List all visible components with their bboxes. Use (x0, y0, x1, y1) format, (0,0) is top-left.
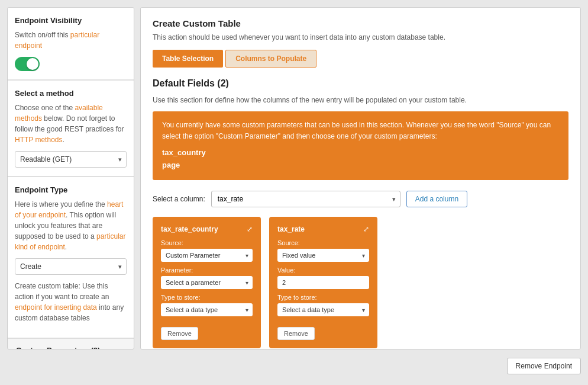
add-column-button[interactable]: Add a column (406, 191, 467, 207)
card-tax-rate-country: tax_rate_country ⤢ Source: Custom Parame… (153, 217, 261, 348)
card-type-select-wrap-1: Select a data type String Integer Float (161, 303, 253, 316)
card-parameter-select-1[interactable]: Select a parameter tax_country page (161, 276, 253, 289)
section-description: Use this section for define how the colu… (153, 95, 568, 105)
card-parameter-select-wrap-1: Select a parameter tax_country page (161, 276, 253, 289)
column-select-label: Select a column: (153, 195, 205, 203)
card-type-field-2: Type to store: Select a data type String… (277, 294, 369, 316)
tab-columns-to-populate[interactable]: Columns to Populate (225, 50, 316, 68)
content-area: Endpoint Visibility Switch on/off this p… (7, 7, 581, 349)
sidebar-method-section: Select a method Choose one of the availa… (8, 81, 134, 177)
card-tax-rate: tax_rate ⤢ Source: Custom Parameter Fixe… (269, 217, 377, 348)
card-source-label-1: Source: (161, 239, 253, 246)
card-type-label-1: Type to store: (161, 294, 253, 301)
card-value-input-2[interactable] (277, 276, 369, 289)
endpoint-type-description: Here is where you define the heart of yo… (15, 199, 127, 252)
column-select-wrap: tax_rate tax_rate_country tax_country (211, 191, 400, 207)
info-box: You currently have some custom parameter… (153, 111, 568, 180)
sidebar-visibility-section: Endpoint Visibility Switch on/off this p… (8, 8, 134, 80)
card-type-select-wrap-2: Select a data type String Integer Float (277, 303, 369, 316)
custom-params-title: Custom Parameters (2) (16, 346, 100, 349)
bottom-bar: Remove Endpoint (7, 354, 581, 378)
sidebar-custom-params[interactable]: Custom Parameters (2) ▸ (8, 339, 134, 349)
card-source-select-1[interactable]: Custom Parameter Fixed value Dynamic val… (161, 249, 253, 262)
method-title: Select a method (15, 89, 127, 98)
method-select-wrap: Readable (GET) Writable (POST) Deletable… (15, 151, 127, 168)
remove-button-1[interactable]: Remove (161, 327, 198, 340)
expand-icon-1[interactable]: ⤢ (247, 225, 253, 233)
visibility-description: Switch on/off this particular endpoint (15, 30, 127, 51)
card-source-field-1: Source: Custom Parameter Fixed value Dyn… (161, 239, 253, 262)
card-source-label-2: Source: (277, 239, 369, 246)
endpoint-type-select[interactable]: Create Read Update Delete (15, 258, 127, 275)
app-wrapper: Endpoint Visibility Switch on/off this p… (0, 0, 588, 385)
cards-row: tax_rate_country ⤢ Source: Custom Parame… (153, 217, 568, 348)
method-description: Choose one of the available methods belo… (15, 102, 127, 145)
card-source-select-2[interactable]: Custom Parameter Fixed value Dynamic val… (277, 249, 369, 262)
toggle-wrap (15, 57, 127, 71)
remove-button-2[interactable]: Remove (277, 327, 315, 340)
card-type-label-2: Type to store: (277, 294, 369, 301)
card-source-field-2: Source: Custom Parameter Fixed value Dyn… (277, 239, 369, 262)
page-description: This action should be used whenever you … (153, 33, 568, 41)
remove-endpoint-button[interactable]: Remove Endpoint (507, 358, 581, 374)
card-source-select-wrap-2: Custom Parameter Fixed value Dynamic val… (277, 249, 369, 262)
method-select[interactable]: Readable (GET) Writable (POST) Deletable… (15, 151, 127, 168)
column-select-row: Select a column: tax_rate tax_rate_count… (153, 191, 568, 207)
card-source-select-wrap-1: Custom Parameter Fixed value Dynamic val… (161, 249, 253, 262)
card-type-field-1: Type to store: Select a data type String… (161, 294, 253, 316)
card-type-select-2[interactable]: Select a data type String Integer Float (277, 303, 369, 316)
info-box-text: You currently have some custom parameter… (162, 120, 559, 142)
sidebar-endpoint-type-section: Endpoint Type Here is where you define t… (8, 177, 134, 338)
card-parameter-field-1: Parameter: Select a parameter tax_countr… (161, 267, 253, 289)
card-title-2: tax_rate (277, 225, 305, 233)
card-value-label-2: Value: (277, 267, 369, 274)
card-type-select-1[interactable]: Select a data type String Integer Float (161, 303, 253, 316)
card-header-2: tax_rate ⤢ (277, 225, 369, 233)
param-list: tax_country page (162, 147, 559, 172)
endpoint-type-title: Endpoint Type (15, 185, 127, 194)
main-panel: Create Custom Table This action should b… (140, 7, 581, 349)
sidebar: Endpoint Visibility Switch on/off this p… (7, 7, 134, 349)
expand-icon-2[interactable]: ⤢ (363, 225, 369, 233)
card-value-field-2: Value: (277, 267, 369, 289)
visibility-title: Endpoint Visibility (15, 16, 127, 25)
column-select[interactable]: tax_rate tax_rate_country tax_country (211, 191, 400, 207)
section-title: Default Fields (2) (153, 78, 568, 89)
card-header-1: tax_rate_country ⤢ (161, 225, 253, 233)
page-title: Create Custom Table (153, 18, 568, 28)
custom-params-chevron-icon: ▸ (122, 347, 125, 349)
endpoint-type-select-wrap: Create Read Update Delete (15, 258, 127, 275)
card-parameter-label-1: Parameter: (161, 267, 253, 274)
card-title-1: tax_rate_country (161, 225, 218, 233)
endpoint-type-note: Create custom table: Use this action if … (15, 281, 127, 323)
visibility-toggle[interactable] (15, 57, 40, 71)
param-item-tax-country: tax_country (162, 147, 559, 159)
tab-bar: Table Selection Columns to Populate (153, 50, 568, 68)
tab-table-selection[interactable]: Table Selection (153, 50, 223, 68)
param-item-page: page (162, 159, 559, 172)
